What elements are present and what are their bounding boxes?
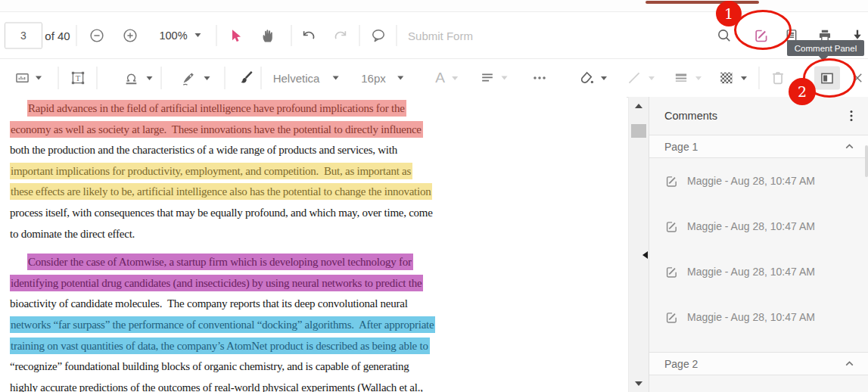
zoom-level-dropdown[interactable]: 100% [159, 30, 201, 42]
chevron-down-icon [452, 76, 458, 80]
comment-author-date: Maggie - Aug 28, 10:47 AM [687, 266, 815, 278]
chat-bubble-button[interactable] [370, 27, 387, 44]
pan-tool-button[interactable] [260, 27, 276, 43]
brush-tool[interactable] [238, 70, 254, 86]
thickness-icon [673, 70, 689, 86]
comments-panel-header: Comments [649, 97, 868, 135]
divider [76, 25, 77, 46]
comment-note-icon [664, 310, 679, 325]
sidebar-scrollbar-thumb[interactable] [865, 145, 868, 177]
page-section-header[interactable]: Page 1 [649, 135, 868, 158]
more-options-button[interactable] [531, 70, 548, 86]
zoom-in-icon [123, 27, 138, 43]
zoom-in-button[interactable] [123, 27, 138, 43]
purple-highlight[interactable]: identifying potential drug candidates (a… [10, 275, 423, 291]
pen-tool[interactable] [181, 70, 210, 86]
kebab-menu-icon[interactable] [845, 109, 858, 123]
purple-highlight[interactable]: Consider the case of Atomwise, a startup… [27, 254, 413, 270]
scroll-down-icon[interactable] [635, 381, 642, 386]
plain-text: highly accurate predictions of the outco… [10, 381, 423, 392]
pdf-viewer-app: of 40 100% S [0, 0, 868, 392]
redo-button[interactable] [332, 27, 349, 44]
divider [161, 67, 162, 89]
document-text-line: both the production and the characterist… [0, 140, 627, 161]
select-tool-button[interactable] [228, 27, 244, 43]
fill-color-dropdown[interactable] [578, 70, 607, 86]
chevron-up-icon[interactable] [844, 358, 855, 369]
submit-form-button[interactable]: Submit Form [408, 29, 473, 42]
annotation-toolbar: T Helvetica 16px A [0, 58, 868, 98]
divider [291, 25, 292, 46]
cyan-highlight[interactable]: training on vast quantities of data, the… [10, 338, 430, 354]
pink-highlight[interactable]: economy as well as society at large. The… [10, 121, 423, 138]
fill-color-icon [578, 70, 595, 86]
divider [397, 25, 397, 46]
page-section-header[interactable]: Page 2 [649, 352, 868, 375]
opacity-dropdown[interactable] [718, 70, 747, 86]
document-text-line: process itself, with consequences that m… [0, 203, 627, 224]
trash-icon [770, 70, 786, 86]
text-field-icon: T [70, 70, 86, 86]
scroll-up-icon[interactable] [635, 104, 642, 108]
document-text-line: identifying potential drug candidates (a… [0, 273, 627, 294]
opacity-icon [718, 70, 735, 86]
plain-text: “recognize” foundational building blocks… [10, 360, 409, 372]
stamp-icon [123, 70, 140, 86]
divider [359, 25, 360, 46]
comment-item[interactable]: Maggie - Aug 28, 10:47 AM [649, 294, 868, 340]
chevron-down-icon [36, 76, 42, 80]
search-button[interactable] [717, 27, 733, 43]
document-scrollbar[interactable] [628, 97, 649, 392]
scrollbar-thumb[interactable] [631, 124, 646, 138]
font-family-dropdown[interactable]: Helvetica [273, 72, 339, 85]
plain-text: bioactivity of candidate molecules. The … [10, 297, 408, 310]
pen-icon [181, 70, 198, 86]
svg-text:T: T [76, 74, 81, 82]
chevron-down-icon [649, 76, 655, 80]
stamp-tool[interactable] [123, 70, 153, 86]
page-number-input[interactable] [5, 22, 42, 48]
chevron-down-icon [195, 33, 201, 37]
pink-highlight[interactable]: Rapid advances in the field of artificia… [27, 100, 406, 117]
document-text-line: these effects are likely to be, artifici… [0, 182, 627, 203]
chevron-up-icon[interactable] [844, 141, 855, 152]
chevron-down-icon [332, 76, 338, 80]
chevron-down-icon [147, 76, 153, 80]
thickness-dropdown[interactable] [673, 70, 702, 86]
delete-button[interactable] [770, 70, 786, 86]
comment-item[interactable]: Maggie - Aug 28, 10:47 AM [649, 204, 868, 249]
search-icon [717, 27, 733, 43]
tooltip: Comment Panel [787, 40, 864, 56]
text-field-tool[interactable]: T [70, 70, 86, 86]
document-page[interactable]: Rapid advances in the field of artificia… [0, 97, 627, 392]
zoom-out-button[interactable] [89, 27, 105, 43]
comment-item[interactable]: Maggie - Aug 28, 10:47 AM [649, 249, 868, 294]
comment-note-icon [664, 174, 679, 188]
stroke-style-dropdown[interactable] [626, 70, 655, 86]
paragraph: Consider the case of Atomwise, a startup… [0, 252, 627, 392]
yellow-highlight[interactable]: important implications for productivity,… [10, 163, 412, 179]
yellow-highlight[interactable]: these effects are likely to be, artifici… [10, 183, 432, 200]
undo-button[interactable] [300, 27, 317, 44]
red-circle-annotation-1 [734, 10, 792, 50]
more-icon [531, 70, 548, 86]
content-area: Rapid advances in the field of artificia… [0, 97, 868, 392]
page-total: of 40 [45, 29, 70, 42]
font-size-dropdown[interactable]: 16px [361, 72, 403, 85]
panel-collapse-handle[interactable] [642, 251, 648, 259]
text-color-dropdown[interactable]: A [435, 70, 458, 86]
submit-form-label: Submit Form [408, 29, 473, 42]
plain-text: process itself, with consequences that m… [10, 207, 433, 219]
divider [216, 25, 217, 46]
cyan-highlight[interactable]: networks “far surpass” the performance o… [10, 316, 435, 333]
comment-item[interactable]: Maggie - Aug 28, 10:47 AM [649, 158, 868, 204]
text-color-label: A [435, 70, 445, 86]
font-family-label: Helvetica [273, 72, 320, 85]
signature-field-tool[interactable] [14, 70, 42, 86]
undo-icon [300, 27, 317, 44]
text-align-dropdown[interactable] [480, 70, 508, 86]
page-section-label: Page 2 [664, 358, 698, 370]
pan-tool-icon [260, 27, 276, 43]
document-text-line: training on vast quantities of data, the… [0, 336, 627, 357]
comment-note-icon [664, 265, 679, 279]
